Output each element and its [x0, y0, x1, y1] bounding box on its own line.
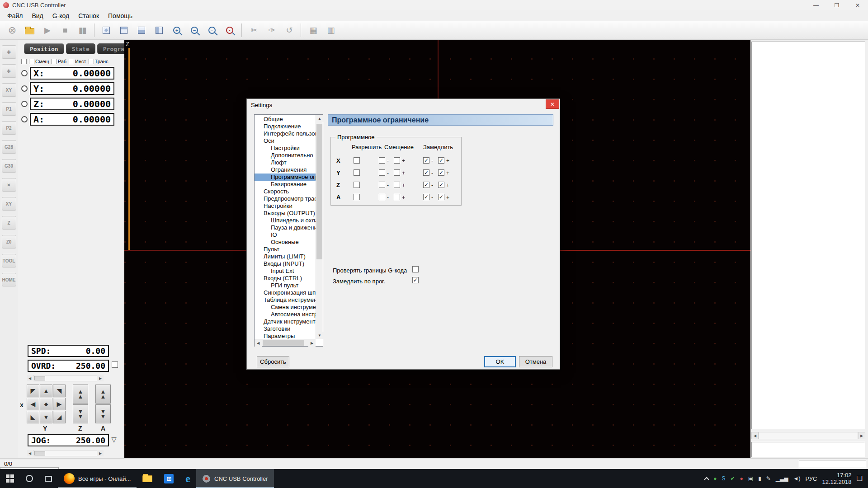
gcode-hscrollbar[interactable]: ◀ ▶: [751, 432, 865, 439]
gcode-list[interactable]: [751, 42, 865, 429]
override-checkbox[interactable]: [112, 361, 118, 368]
language-indicator[interactable]: РУС: [805, 475, 817, 482]
slow-minus-checkbox[interactable]: [423, 169, 429, 176]
menu-help[interactable]: Помощь: [104, 11, 137, 21]
jog-left-button[interactable]: [27, 398, 39, 410]
offset-icon[interactable]: ✜: [2, 64, 16, 78]
filter-offset-checkbox[interactable]: [29, 59, 34, 64]
scroll-thumb[interactable]: [316, 124, 322, 259]
stop-icon[interactable]: ■: [57, 23, 73, 38]
jog-a-down-button[interactable]: ▼▼: [95, 404, 111, 423]
tree-item[interactable]: Таблица инструментов: [255, 296, 316, 304]
zoom-region-icon[interactable]: ▪: [222, 23, 238, 38]
jog-down-right-button[interactable]: [53, 411, 66, 423]
pause-icon[interactable]: ▮▮: [74, 23, 90, 38]
view-perspective-icon[interactable]: [98, 23, 114, 38]
jog-speed-dropdown-icon[interactable]: ▽: [110, 436, 118, 444]
axis-a-radio[interactable]: [21, 116, 28, 122]
jog-z-up-button[interactable]: ▲▲: [73, 385, 88, 404]
tab-position[interactable]: Position: [24, 43, 64, 54]
close-icon[interactable]: ✕: [847, 0, 868, 10]
jog-right-button[interactable]: [53, 398, 66, 410]
tree-item[interactable]: IO: [255, 231, 316, 239]
zero-all-icon[interactable]: ✚: [2, 45, 16, 59]
minimize-icon[interactable]: —: [806, 0, 826, 10]
filter-checkbox[interactable]: [21, 59, 27, 64]
tree-item[interactable]: Input Ext: [255, 267, 316, 275]
zoom-extents-icon[interactable]: ▫: [204, 23, 220, 38]
jog-up-button[interactable]: [40, 385, 52, 397]
scroll-track[interactable]: [262, 339, 308, 346]
menu-machine[interactable]: Станок: [74, 11, 104, 21]
maximize-icon[interactable]: ❐: [826, 0, 847, 10]
edit-path-icon[interactable]: ✑: [263, 23, 279, 38]
preset-1-icon[interactable]: P1: [2, 102, 16, 116]
taskbar-app-store[interactable]: ⊞: [158, 469, 179, 488]
home-icon[interactable]: HOME: [2, 273, 16, 286]
slow-minus-checkbox[interactable]: [423, 194, 429, 200]
check-gcode-bounds-checkbox[interactable]: [412, 266, 419, 272]
measure-z-icon[interactable]: Z: [2, 216, 16, 230]
tray-expand-icon[interactable]: [704, 477, 709, 482]
scroll-right-icon[interactable]: ▶: [858, 432, 865, 439]
tree-item[interactable]: Настройки: [255, 202, 316, 210]
taskbar-app-explorer[interactable]: [137, 469, 158, 488]
command-box[interactable]: [751, 442, 865, 457]
tree-item[interactable]: Смена инструмента: [255, 304, 316, 311]
cancel-button[interactable]: Отмена: [519, 356, 552, 367]
reset-button[interactable]: Сбросить: [257, 356, 289, 367]
scroll-down-icon[interactable]: ▼: [316, 332, 323, 339]
start-button[interactable]: [0, 469, 20, 488]
scroll-track[interactable]: [759, 432, 858, 439]
jog-down-left-button[interactable]: [27, 411, 39, 423]
jog-down-button[interactable]: [40, 411, 52, 423]
filter-work-checkbox[interactable]: [52, 59, 57, 64]
offset-plus-checkbox[interactable]: [394, 169, 400, 176]
tree-hscrollbar[interactable]: ◀ ▶: [255, 339, 316, 346]
menu-view[interactable]: Вид: [27, 11, 47, 21]
tree-item[interactable]: Люфт: [255, 159, 316, 166]
tree-item[interactable]: Лимиты (LIMIT): [255, 253, 316, 260]
offset-plus-checkbox[interactable]: [394, 182, 400, 188]
slider-track[interactable]: [33, 450, 97, 456]
pen-icon[interactable]: ✎: [766, 476, 771, 481]
axis-y-radio[interactable]: [21, 85, 28, 92]
tree-item[interactable]: Дополнительно: [255, 152, 316, 159]
tree-item[interactable]: Скорость: [255, 188, 316, 195]
g30-icon[interactable]: G30: [2, 159, 16, 173]
filter-trans-checkbox[interactable]: [89, 59, 94, 64]
jog-center-button[interactable]: [40, 398, 52, 410]
slider-left-arrow-icon[interactable]: ◀: [27, 375, 33, 381]
tool-icon[interactable]: TOOL: [2, 254, 16, 267]
slider-right-arrow-icon[interactable]: ▶: [97, 450, 104, 456]
zoom-out-icon[interactable]: −: [186, 23, 203, 38]
tree-item[interactable]: Выходы (OUTPUT): [255, 210, 316, 217]
zero-z-icon[interactable]: Z0: [2, 235, 16, 249]
grid-icon[interactable]: ▦: [305, 23, 321, 38]
measure-xy-icon[interactable]: XY: [2, 197, 16, 211]
tree-item[interactable]: Оси: [255, 137, 316, 145]
slow-plus-checkbox[interactable]: [438, 182, 444, 188]
notification-center-icon[interactable]: ❏: [857, 474, 863, 483]
skype-icon[interactable]: S: [722, 476, 726, 481]
volume-icon[interactable]: ◄): [793, 476, 801, 481]
view-front-icon[interactable]: [133, 23, 150, 38]
slider-thumb[interactable]: [34, 376, 45, 380]
simulate-icon[interactable]: ✂: [245, 23, 262, 38]
snap-icon[interactable]: ▥: [322, 23, 339, 38]
view-side-icon[interactable]: [151, 23, 167, 38]
monitor-icon[interactable]: ▣: [748, 476, 753, 481]
override-slider[interactable]: ◀ ▶: [27, 375, 104, 381]
offset-minus-checkbox[interactable]: [379, 169, 385, 176]
tree-item[interactable]: Синхронизация шпинде: [255, 289, 316, 296]
tree-item[interactable]: Общие: [255, 116, 316, 123]
tree-item[interactable]: Параметры: [255, 333, 316, 339]
task-view-button[interactable]: [39, 469, 58, 488]
taskbar-app-edge[interactable]: e: [179, 469, 196, 488]
enable-checkbox[interactable]: [354, 194, 360, 200]
tree-item[interactable]: Базирование: [255, 181, 316, 188]
g28-icon[interactable]: G28: [2, 140, 16, 154]
view-top-icon[interactable]: [116, 23, 132, 38]
tree-vscrollbar[interactable]: ▲ ▼: [316, 115, 323, 339]
rotate-view-icon[interactable]: ↺: [281, 23, 297, 38]
